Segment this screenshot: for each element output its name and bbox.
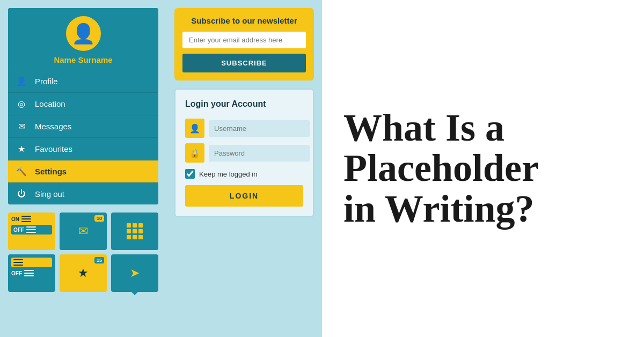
user-avatar-icon: 👤 (71, 23, 96, 45)
on-label: ON (11, 216, 19, 222)
arrow-widget[interactable]: ➤ (111, 254, 158, 292)
middle-panel: Subscribe to our newsletter SUBSCRIBE Lo… (166, 0, 322, 337)
lines-dark-icon (13, 259, 23, 266)
profile-icon: 👤 (16, 76, 27, 86)
toggle-off-widget[interactable]: OFF (8, 254, 55, 292)
user-field-icon: 👤 (185, 119, 204, 138)
chevron-right-icon: ➤ (130, 266, 140, 280)
grid-widget[interactable] (111, 213, 158, 250)
newsletter-card: Subscribe to our newsletter SUBSCRIBE (174, 8, 314, 80)
sidebar-menu: 👤 Profile ◎ Location ✉ Messages ★ Favour… (8, 70, 158, 204)
sidebar-item-location[interactable]: ◎ Location (8, 92, 158, 115)
sidebar-item-signout[interactable]: ⏻ Sing out (8, 182, 158, 204)
toggle-on-widget[interactable]: ON OFF (8, 213, 55, 250)
sidebar-item-settings[interactable]: 🔨 Settings (8, 160, 158, 182)
messages-icon: ✉ (16, 121, 27, 131)
star-icon: ★ (78, 266, 89, 280)
subscribe-button[interactable]: SUBSCRIBE (182, 54, 306, 72)
sidebar-item-favourites[interactable]: ★ Favourites (8, 137, 158, 160)
avatar: 👤 (66, 16, 101, 51)
grid-icon (127, 223, 143, 239)
sidebar-header: 👤 Name Surname (8, 8, 158, 70)
remember-me-row: Keep me logged in (185, 169, 303, 179)
widgets-area: ON OFF ✉ 10 (8, 213, 158, 292)
user-name: Name Surname (54, 55, 112, 64)
username-input[interactable] (209, 120, 310, 137)
login-card: Login your Account 👤 🔒 Keep me logged in… (174, 89, 314, 217)
settings-icon: 🔨 (16, 166, 27, 177)
remember-me-checkbox[interactable] (185, 169, 195, 179)
sidebar-item-profile[interactable]: 👤 Profile (8, 70, 158, 92)
sidebar-card: 👤 Name Surname 👤 Profile ◎ Location ✉ Me… (8, 8, 158, 204)
signout-icon: ⏻ (16, 189, 27, 199)
remember-me-label: Keep me logged in (199, 170, 257, 178)
location-icon: ◎ (16, 99, 27, 109)
login-button[interactable]: LOGIN (185, 185, 303, 207)
article-heading: What Is a Placeholder in Writing? (343, 108, 539, 230)
off-label-2: OFF (11, 270, 22, 276)
lines-white-icon (24, 270, 34, 276)
star-widget[interactable]: ★ 15 (60, 254, 107, 292)
mail-icon: ✉ (78, 224, 88, 238)
lock-field-icon: 🔒 (185, 143, 204, 163)
star-badge: 15 (94, 257, 104, 263)
password-input[interactable] (209, 145, 310, 162)
login-title: Login your Account (185, 99, 303, 109)
mail-widget[interactable]: ✉ 10 (60, 213, 107, 250)
newsletter-email-input[interactable] (182, 32, 306, 48)
left-panel: 👤 Name Surname 👤 Profile ◎ Location ✉ Me… (0, 0, 166, 337)
newsletter-title: Subscribe to our newsletter (182, 16, 306, 25)
favourites-icon: ★ (16, 144, 27, 154)
menu-lines-icon (21, 216, 31, 222)
right-panel: What Is a Placeholder in Writing? (322, 0, 644, 337)
mail-badge: 10 (94, 215, 104, 222)
menu-lines-white-icon (26, 226, 36, 233)
sidebar-item-messages[interactable]: ✉ Messages (8, 115, 158, 137)
off-label: OFF (13, 227, 24, 233)
username-field-row: 👤 (185, 119, 303, 138)
password-field-row: 🔒 (185, 143, 303, 163)
